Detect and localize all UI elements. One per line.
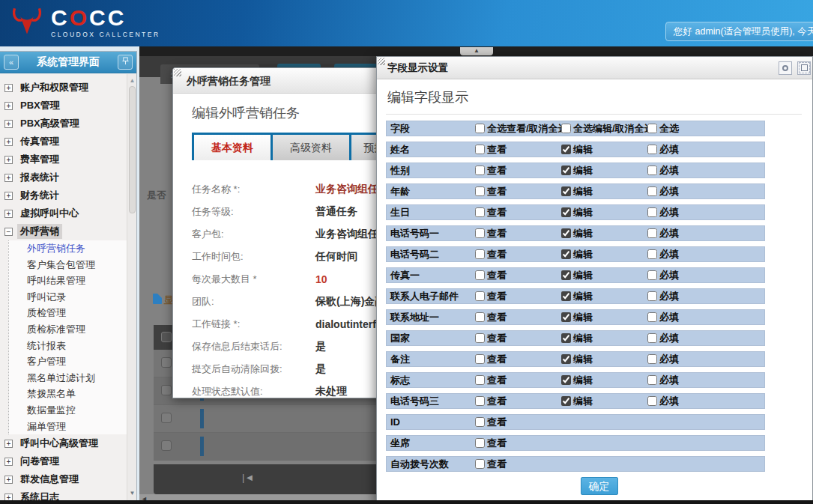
edit-checkbox[interactable]: [561, 166, 571, 175]
view-checkbox[interactable]: [475, 249, 485, 259]
sidebar-item[interactable]: +PBX管理: [4, 97, 127, 115]
tree-toggle-icon[interactable]: +: [4, 440, 13, 448]
edit-checkbox[interactable]: [561, 207, 571, 217]
sidebar-subitem[interactable]: 质检标准管理: [27, 321, 127, 338]
view-checkbox[interactable]: [475, 228, 485, 238]
tree-toggle-icon[interactable]: +: [4, 192, 13, 200]
resize-grip-icon[interactable]: [174, 69, 181, 76]
required-checkbox[interactable]: [647, 375, 657, 385]
resize-grip-icon[interactable]: [378, 58, 385, 65]
tree-toggle-icon[interactable]: +: [4, 138, 13, 146]
view-checkbox[interactable]: [475, 270, 485, 280]
view-checkbox[interactable]: [475, 207, 485, 217]
view-checkbox[interactable]: [475, 312, 485, 322]
sidebar-item[interactable]: −外呼营销: [4, 222, 127, 240]
sidebar-item[interactable]: +问卷管理: [4, 452, 127, 470]
view-checkbox[interactable]: [475, 186, 485, 196]
tree-toggle-icon[interactable]: −: [4, 228, 13, 236]
select-all-edit-checkbox[interactable]: [561, 124, 571, 133]
sidebar-item[interactable]: +传真管理: [4, 133, 127, 151]
sidebar-item[interactable]: +呼叫中心高级管理: [4, 434, 127, 452]
edit-checkbox[interactable]: [561, 354, 571, 364]
required-checkbox[interactable]: [647, 354, 657, 364]
edit-checkbox[interactable]: [561, 249, 571, 259]
field-value: 普通任务: [315, 205, 357, 219]
sidebar-subitem[interactable]: 漏单管理: [27, 419, 127, 435]
field-label: 保存信息后结束话后:: [192, 340, 315, 353]
sidebar-item[interactable]: +PBX高级管理: [4, 115, 127, 133]
required-checkbox[interactable]: [647, 312, 657, 322]
tree-toggle-icon[interactable]: +: [4, 84, 13, 92]
field-name: 姓名: [387, 143, 475, 157]
edit-checkbox[interactable]: [561, 228, 571, 238]
edit-checkbox[interactable]: [561, 145, 571, 154]
sidebar-pin-button[interactable]: [118, 55, 133, 70]
logo-subtext: CLOUDOX CALLCENTER: [51, 31, 160, 38]
tab-inactive[interactable]: 高级资料: [273, 135, 349, 160]
sidebar-item[interactable]: +费率管理: [4, 151, 127, 168]
view-checkbox[interactable]: [475, 166, 485, 175]
view-checkbox[interactable]: [475, 396, 485, 406]
tree-toggle-icon[interactable]: +: [4, 102, 13, 110]
sidebar-item[interactable]: +报表统计: [4, 168, 127, 186]
view-checkbox[interactable]: [475, 291, 485, 301]
view-checkbox[interactable]: [475, 354, 485, 364]
edit-checkbox[interactable]: [561, 186, 571, 196]
sidebar-collapse-button[interactable]: «: [4, 55, 19, 70]
sidebar-subitem[interactable]: 黑名单过滤计划: [27, 370, 127, 386]
sidebar-subitem[interactable]: 客户管理: [27, 353, 127, 370]
sidebar-item[interactable]: +群发信息管理: [4, 470, 127, 488]
view-checkbox[interactable]: [475, 375, 485, 385]
tree-toggle-icon[interactable]: +: [4, 174, 13, 182]
tree-toggle-icon[interactable]: +: [4, 210, 13, 218]
tree-toggle-icon[interactable]: +: [4, 120, 13, 128]
background-partial-text: 是否: [147, 189, 166, 202]
sidebar-subitem[interactable]: 禁拨黑名单: [27, 386, 127, 402]
edit-checkbox[interactable]: [561, 270, 571, 280]
collapse-up-arrow[interactable]: ▲: [460, 47, 493, 55]
required-checkbox[interactable]: [647, 145, 657, 154]
required-checkbox[interactable]: [647, 333, 657, 343]
sidebar-subitem[interactable]: 外呼营销任务: [27, 240, 127, 257]
view-checkbox[interactable]: [475, 438, 485, 448]
sidebar-scrollbar[interactable]: ▲ ▼: [127, 74, 136, 503]
required-checkbox[interactable]: [647, 249, 657, 259]
sidebar-item[interactable]: +财务统计: [4, 186, 127, 204]
maximize-window-icon[interactable]: [797, 61, 811, 75]
view-checkbox[interactable]: [475, 333, 485, 343]
sidebar-subitem[interactable]: 数据量监控: [27, 402, 127, 419]
tree-toggle-icon[interactable]: +: [4, 476, 13, 484]
required-checkbox[interactable]: [647, 270, 657, 280]
required-checkbox[interactable]: [647, 166, 657, 175]
sidebar-subitem[interactable]: 统计报表: [27, 338, 127, 354]
select-all-view-checkbox[interactable]: [475, 124, 485, 133]
sidebar-item[interactable]: +账户和权限管理: [4, 79, 127, 97]
restore-window-icon[interactable]: [779, 61, 792, 75]
tree-toggle-icon[interactable]: +: [4, 156, 13, 164]
confirm-button[interactable]: 确定: [581, 477, 618, 495]
view-checkbox[interactable]: [475, 459, 485, 469]
required-checkbox[interactable]: [647, 291, 657, 301]
edit-checkbox[interactable]: [561, 291, 571, 301]
sidebar-subitem[interactable]: 质检管理: [27, 305, 127, 321]
view-checkbox[interactable]: [475, 417, 485, 427]
view-checkbox[interactable]: [475, 145, 485, 154]
scroll-down-icon[interactable]: ▼: [128, 489, 136, 497]
required-checkbox[interactable]: [647, 228, 657, 238]
sidebar-item[interactable]: +虚拟呼叫中心: [4, 204, 127, 222]
sidebar-subitem[interactable]: 呼叫记录: [27, 289, 127, 306]
required-checkbox[interactable]: [647, 186, 657, 196]
sidebar-subitem[interactable]: 呼叫结果管理: [27, 273, 127, 289]
tree-toggle-icon[interactable]: +: [4, 458, 13, 466]
scroll-up-icon[interactable]: ▲: [128, 76, 136, 85]
edit-checkbox[interactable]: [561, 396, 571, 406]
edit-checkbox[interactable]: [561, 375, 571, 385]
select-all-checkbox[interactable]: [647, 124, 657, 133]
edit-checkbox[interactable]: [561, 333, 571, 343]
required-checkbox[interactable]: [647, 396, 657, 406]
sidebar-scroll-thumb[interactable]: [129, 86, 136, 213]
sidebar-subitem[interactable]: 客户集合包管理: [27, 257, 127, 273]
required-checkbox[interactable]: [647, 207, 657, 217]
tab-active[interactable]: 基本资料: [194, 135, 271, 160]
edit-checkbox[interactable]: [561, 312, 571, 322]
